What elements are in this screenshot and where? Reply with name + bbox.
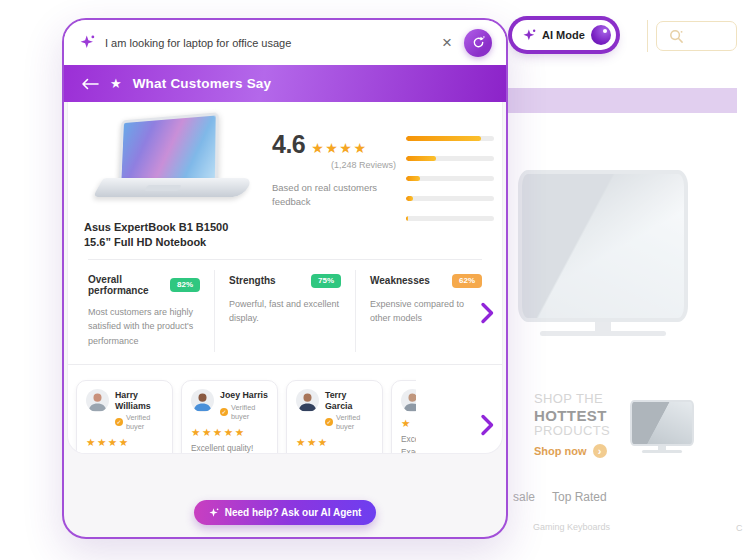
review-card: Terry Garcia ✓ Verified buyer ★★★ Excell… (286, 380, 383, 454)
sparkle-icon (523, 29, 536, 42)
score-badge: 82% (170, 278, 200, 292)
topbar-divider (647, 20, 648, 52)
background-search-box[interactable] (656, 21, 737, 51)
review-text: Excellent quality! Exactly as described.… (401, 433, 416, 454)
sparkle-icon (209, 508, 219, 518)
shop-now-link[interactable]: Shop now › (534, 444, 607, 458)
rating-distribution: 85% 34% 16% 8% (406, 130, 503, 251)
ai-mode-toggle-knob[interactable] (591, 25, 611, 45)
distribution-label: 8% (502, 193, 503, 203)
chevron-right-icon (479, 414, 495, 436)
reviews-carousel: Harry Williams ✓ Verified buyer ★★★★ Exc… (68, 365, 416, 454)
reviews-summary-card: Asus ExpertBook B1 B1500 15.6” Full HD N… (67, 102, 503, 454)
review-text: Excellent quality! Exactly as described.… (86, 453, 163, 454)
promo-line-1: SHOP THE (534, 392, 610, 407)
avatar (401, 389, 416, 412)
summary-title: Strengths (229, 275, 276, 286)
assistant-search-bar: I am looking for laptop for office usage… (64, 20, 506, 65)
search-icon (669, 29, 684, 44)
category-label: Gaming Keyboards (533, 522, 610, 532)
review-stars: ★★★★★ (191, 427, 268, 438)
score-badge: 62% (452, 274, 482, 288)
verified-label: Verified buyer (336, 413, 373, 431)
help-button-label: Need help? Ask our AI Agent (225, 507, 362, 518)
avatar (86, 389, 109, 412)
review-card: Harry Williams ✓ Verified buyer ★★★★ Exc… (76, 380, 173, 454)
back-button[interactable] (81, 78, 99, 90)
review-stars: ★★★ (296, 437, 373, 448)
close-icon[interactable]: × (440, 34, 454, 51)
chevron-right-icon (479, 302, 495, 324)
product-name: Asus ExpertBook B1 B1500 15.6” Full HD N… (84, 220, 256, 251)
ai-assistant-modal: I am looking for laptop for office usage… (62, 18, 508, 539)
distribution-label: 16% (502, 173, 503, 183)
next-summary-button[interactable] (479, 302, 495, 328)
distribution-bar: 2% (406, 213, 503, 223)
distribution-label: 2% (502, 213, 503, 223)
reviews-count: (1,248 Reviews) (272, 160, 400, 170)
distribution-bar: 8% (406, 193, 503, 203)
promo-banner: SHOP THE HOTTEST PRODUCTS (534, 392, 610, 439)
panel-header: ★ What Customers Say (64, 65, 506, 102)
review-stars: ★ (401, 418, 416, 429)
arrow-right-icon: › (593, 444, 607, 458)
review-text: Excellent quality! Exactly as described.… (191, 442, 268, 454)
reviewer-name: Joey Harris (220, 390, 268, 401)
ai-mode-toggle[interactable]: AI Mode (512, 20, 616, 50)
star-icon: ★ (110, 77, 122, 90)
product-section: Asus ExpertBook B1 B1500 15.6” Full HD N… (68, 102, 502, 259)
shop-now-label: Shop now (534, 445, 587, 457)
regenerate-button[interactable] (464, 29, 492, 57)
distribution-bar: 34% (406, 153, 503, 163)
rating-stars: ★★★★ (311, 140, 367, 156)
verified-label: Verified buyer (126, 413, 163, 431)
summary-text: Expensive compared to other models (370, 297, 482, 326)
summary-title: Overall performance (88, 274, 166, 296)
ask-ai-agent-button[interactable]: Need help? Ask our AI Agent (194, 500, 377, 525)
summary-card-strengths: Strengths 75% Powerful, fast and excelle… (214, 270, 355, 352)
rating-tagline: Based on real customers feedback (272, 181, 384, 210)
verified-label: Verified buyer (231, 403, 268, 421)
tv-product-image (518, 170, 688, 336)
rating-value: 4.6 (272, 130, 305, 159)
arrow-left-icon (81, 78, 99, 90)
tv-thumbnail-image (630, 400, 694, 453)
distribution-label: 85% (502, 133, 503, 143)
product-image (84, 114, 256, 212)
promo-line-2: HOTTEST (534, 407, 610, 424)
score-badge: 75% (311, 274, 341, 288)
background-banner-strip (505, 88, 737, 113)
summary-section: Overall performance 82% Most customers a… (68, 260, 502, 364)
summary-text: Most customers are highly satisfied with… (88, 305, 200, 348)
summary-text: Powerful, fast and excellent display. (229, 297, 341, 326)
promo-line-3: PRODUCTS (534, 424, 610, 439)
refresh-icon (471, 35, 486, 50)
verified-check-icon: ✓ (220, 408, 228, 416)
review-card-partial: ★ Excellent quality! Exactly as describe… (391, 380, 416, 454)
reviewer-name: Terry Garcia (325, 390, 373, 411)
avatar (191, 389, 214, 412)
tab-on-sale[interactable]: sale (513, 490, 535, 504)
summary-card-overall: Overall performance 82% Most customers a… (74, 270, 214, 352)
verified-check-icon: ✓ (115, 418, 123, 426)
summary-card-weaknesses: Weaknesses 62% Expensive compared to oth… (355, 270, 496, 352)
ai-mode-label: AI Mode (542, 29, 585, 41)
search-query-input[interactable]: I am looking for laptop for office usage (105, 37, 430, 49)
avatar (296, 389, 319, 412)
review-stars: ★★★★ (86, 437, 163, 448)
distribution-label: 34% (502, 153, 503, 163)
verified-check-icon: ✓ (325, 418, 333, 426)
tab-top-rated[interactable]: Top Rated (552, 490, 607, 504)
next-reviews-button[interactable] (479, 414, 495, 440)
distribution-bar: 16% (406, 173, 503, 183)
partial-text: C (736, 523, 743, 533)
summary-title: Weaknesses (370, 275, 430, 286)
sparkle-icon (80, 35, 95, 50)
reviewer-name: Harry Williams (115, 390, 163, 411)
review-card: Joey Harris ✓ Verified buyer ★★★★★ Excel… (181, 380, 278, 454)
distribution-bar: 85% (406, 133, 503, 143)
review-text: Excellent quality! Exactly as described.… (296, 453, 373, 454)
panel-title: What Customers Say (133, 76, 272, 91)
